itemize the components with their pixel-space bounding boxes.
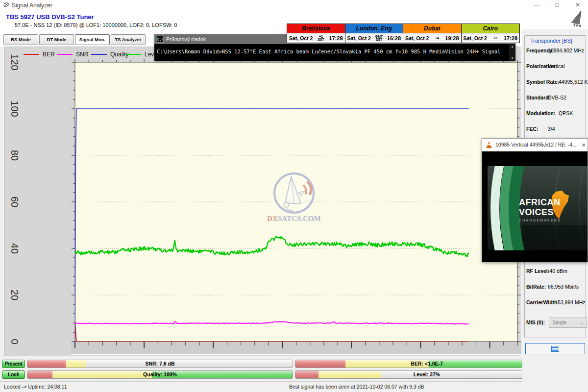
bs-mode-button[interactable]: BS Mode [3, 34, 38, 45]
signal-analyzer-window: Signal Analyzer — □ ✕ TBS 5927 USB DVB-S… [0, 0, 588, 392]
y-tick-label: 80 [9, 150, 20, 161]
level-bar: Level: 37% [295, 370, 559, 379]
ber-bar: BER: <1.0E-7 [295, 360, 559, 368]
svg-text:DXSATCS.COM: DXSATCS.COM [267, 215, 320, 222]
vlc-video-area: AFRICAN VOICES CHANGEMAKERS [482, 151, 588, 262]
close-icon[interactable]: ✕ [567, 0, 588, 11]
vlc-minimize-icon[interactable]: — [535, 140, 550, 150]
field-modulation: Modulation:QPSK [526, 110, 586, 116]
legend-snr: SNR [57, 50, 88, 58]
legend-level: Level [125, 50, 159, 58]
statusbar: Locked -> Uptime: 24:08:11 Best signal h… [0, 381, 588, 392]
cmd-scrollbar[interactable]: ▲ ▼ [509, 44, 515, 61]
minimize-icon[interactable]: — [526, 0, 547, 11]
y-tick-label: 100 [9, 100, 20, 117]
y-tick-label: 20 [9, 290, 20, 300]
snr-line-swatch [57, 54, 73, 55]
signal-mon-button[interactable]: Signal Mon. [75, 34, 110, 45]
cmd-title-text: Príkazový riadok [166, 36, 206, 42]
cmd-icon: C:\ [157, 36, 164, 43]
ts-packets-icon [551, 346, 559, 352]
legend-ber: BER [24, 50, 55, 58]
titlebar: Signal Analyzer — □ ✕ [0, 0, 588, 11]
african-voices-frame: AFRICAN VOICES CHANGEMAKERS [488, 166, 588, 250]
clock-cairo: Cairo Sat, Oct 2+217:28 [462, 24, 520, 43]
clock-dubai: Dubai Sat, Oct 2+419:28 [403, 24, 462, 43]
field-carrier-width: CarrierWidth:53,994 MHz [526, 299, 586, 305]
cmd-console: C:\Users\Roman Dávid>NSS 12-57°E_East Af… [154, 44, 515, 61]
svg-text:VOICES: VOICES [519, 207, 554, 217]
level-line-swatch [125, 54, 141, 55]
legend-quality: Quality [91, 50, 128, 58]
field-mis: MIS (0): Single⌄ [526, 319, 586, 325]
y-tick-label: 60 [9, 196, 20, 207]
field-symbol-rate: Symbol Rate:44995,512 KS/s [526, 79, 586, 85]
quality-line-swatch [91, 54, 107, 55]
tuner-subtitle: 57.0E - NSS 12 (ID: 0570) @ LOF1: 100000… [15, 22, 177, 28]
field-standard: Standard:DVB-S2 [526, 95, 586, 100]
ts-stream-button[interactable] [525, 343, 585, 354]
vlc-cone-icon [486, 141, 492, 148]
y-tick-label: 40 [9, 243, 20, 254]
window-title: Signal Analyzer [12, 2, 52, 9]
field-fec: FEC:3/4 [526, 126, 586, 132]
cmd-command-text: C:\Users\Roman Dávid>NSS 12-57°E_East Af… [157, 49, 502, 54]
dt-mode-button[interactable]: DT Mode [39, 34, 74, 45]
tuner-title: TBS 5927 USB DVB-S2 Tuner [6, 13, 94, 21]
lock-button[interactable]: Lock [2, 370, 25, 379]
vlc-video-window: 10985 Vertical 44995,512 / RF: -4... — □… [482, 138, 588, 262]
ber-line-swatch [24, 54, 39, 55]
vlc-titlebar[interactable]: 10985 Vertical 44995,512 / RF: -4... — □… [482, 139, 588, 151]
y-tick-label: 120 [9, 54, 20, 70]
field-rf-level: RF Level:-40 dBm [526, 268, 586, 274]
app-icon [3, 1, 10, 9]
best-signal-status: Best signal has been seen at 2021-10-02 … [289, 384, 424, 390]
vlc-maximize-icon[interactable]: □ [556, 140, 570, 150]
snr-bar: SNR: 7,6 dB [27, 360, 293, 368]
field-frequency: Frequency:10984,902 MHz [526, 48, 586, 53]
clock-bratislava: Bratislava Sat, Oct 2+1DST17:28 [287, 24, 345, 43]
y-tick-label: 0 [9, 339, 20, 344]
svg-text:AFRICAN: AFRICAN [519, 197, 561, 207]
field-polarization: Polarization:Vertical [526, 63, 586, 69]
scroll-up-icon[interactable]: ▲ [509, 44, 515, 49]
maximize-icon[interactable]: □ [547, 0, 567, 11]
svg-text:CHANGEMAKERS: CHANGEMAKERS [519, 219, 561, 222]
dxsatcs-watermark: DXSATCS.COM [264, 171, 324, 225]
lock-uptime-status: Locked -> Uptime: 24:08:11 [4, 384, 67, 390]
transponder-group-title: Transponder [BS] [529, 38, 574, 44]
scroll-down-icon[interactable]: ▼ [509, 56, 515, 61]
satellite-dish-icon [566, 10, 585, 27]
clock-london: London, Eng Sat, Oct 2GMTDST16:28 [345, 24, 404, 43]
world-clocks: Bratislava Sat, Oct 2+1DST17:28 London, … [287, 24, 520, 43]
chevron-down-icon: ⌄ [580, 318, 584, 327]
field-bitrate: BitRate:66,953 Mbit/s [526, 284, 586, 290]
signal-chart-panel: BER SNR Quality Level 120100806040200 [4, 47, 520, 356]
ts-analyzer-button[interactable]: TS Analyzer (OK) [111, 34, 146, 45]
vlc-close-icon[interactable]: ✕ [576, 140, 588, 150]
mis-dropdown[interactable]: Single⌄ [549, 318, 587, 328]
present-button[interactable]: Present [2, 360, 25, 368]
quality-bar: Quality: 100% [27, 370, 293, 379]
